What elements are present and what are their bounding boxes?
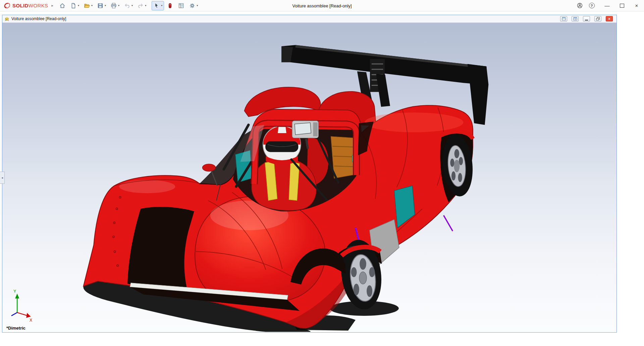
triad-y-label: Y [13,289,16,294]
new-document-icon [70,2,77,9]
window-pane-button-2[interactable] [572,16,579,21]
select-button[interactable]: ▾ [152,1,164,10]
user-icon [577,2,583,9]
save-button[interactable]: ▾ [95,1,108,10]
open-button[interactable]: ▾ [82,1,94,10]
document-window-buttons: × [560,16,614,21]
assembly-document-icon [4,16,9,21]
report-table-icon [178,2,184,9]
print-button[interactable]: ▾ [109,1,121,10]
document-restore-button[interactable] [594,16,601,21]
race-car-3d-model[interactable]: Y X [2,23,616,332]
caret-down-icon[interactable]: ▾ [131,4,133,7]
redo-button[interactable]: ▾ [136,1,148,10]
print-icon [110,2,117,9]
document-titlebar[interactable]: Voiture assomblee [Read-only] [2,15,616,23]
home-button[interactable] [57,1,67,10]
collapse-arrow-icon: ◂ [1,176,3,179]
solidworks-app: { "app": { "title": "Voiture assomblee [… [0,0,644,346]
document-window: Voiture assomblee [Read-only] [2,15,617,333]
account-button[interactable] [574,0,586,11]
open-folder-icon [84,2,90,9]
brand-solid: SOLID [12,3,29,8]
app-titlebar: SOLIDWORKS ▸ ▾ ▾ [0,0,644,11]
graphics-viewport[interactable]: Y X *Dimetric [2,23,616,332]
caret-down-icon[interactable]: ▾ [105,4,106,7]
select-cursor-icon [153,2,160,9]
wing-endplate [468,64,489,125]
titlebar-right-controls: ? — × [574,0,644,11]
mouse-settings-button[interactable] [165,1,175,10]
caret-down-icon[interactable]: ▾ [145,4,146,7]
document-close-button[interactable]: × [606,16,613,21]
window-pane-icon [562,17,566,20]
side-mirror[interactable] [202,164,215,171]
home-icon [59,2,66,9]
display-report-button[interactable] [176,1,186,10]
brand-works: WORKS [29,3,48,8]
restore-icon [596,17,600,20]
help-button[interactable]: ? [586,0,598,11]
gear-icon [189,2,196,9]
feature-tree-collapse-tab[interactable]: ◂ [0,172,5,184]
caret-down-icon[interactable]: ▾ [118,4,119,7]
app-title: Voiture assomblee [Read-only] [292,0,352,11]
document-title: Voiture assomblee [Read-only] [11,16,66,21]
maximize-button[interactable] [614,0,629,11]
view-orientation-label: *Dimetric [6,326,25,331]
document-minimize-button[interactable] [583,16,590,21]
redo-icon [137,2,144,9]
triad-x-label: X [30,318,32,323]
window-controls: — × [600,0,644,11]
caret-down-icon[interactable]: ▾ [91,4,93,7]
solidworks-logo[interactable]: SOLIDWORKS [3,2,48,9]
undo-icon [124,2,130,9]
minimize-icon [585,20,588,20]
orientation-triad: Y X [11,289,32,323]
quick-access-toolbar: ▾ ▾ ▾ ▾ [57,1,200,10]
minimize-button[interactable]: — [600,0,614,11]
caret-down-icon[interactable]: ▾ [78,4,79,7]
options-button[interactable]: ▾ [187,1,200,10]
undo-button[interactable]: ▾ [122,1,135,10]
window-pane-button-1[interactable] [560,16,567,21]
window-split-icon [573,17,577,20]
caret-down-icon[interactable]: ▾ [161,4,162,7]
maximize-icon [620,4,624,8]
caret-down-icon[interactable]: ▾ [197,4,198,7]
close-button[interactable]: × [629,0,644,11]
mouse-icon [167,2,173,9]
new-document-button[interactable]: ▾ [68,1,81,10]
help-icon: ? [589,3,595,8]
breadcrumb-arrow-icon[interactable]: ▸ [52,3,54,8]
dassault-systemes-icon [3,2,11,9]
save-icon [97,2,104,9]
